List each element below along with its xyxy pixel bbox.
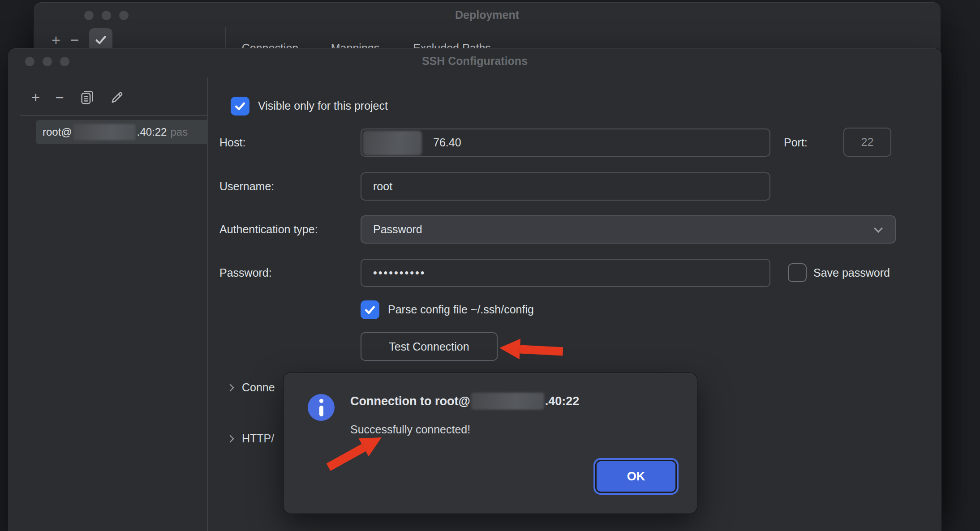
pencil-icon bbox=[110, 90, 125, 105]
ok-button[interactable]: OK bbox=[593, 458, 679, 495]
auth-type-value: Password bbox=[373, 223, 422, 236]
dialog-title-suffix: .40:22 bbox=[545, 394, 580, 408]
username-value: root bbox=[373, 180, 392, 193]
save-password-label: Save password bbox=[813, 266, 890, 279]
ssh-config-list-item[interactable]: root@.40:22pas bbox=[36, 120, 207, 144]
chevron-down-icon bbox=[874, 224, 883, 233]
arrow-tail bbox=[520, 345, 563, 355]
redacted-host-block bbox=[363, 131, 422, 155]
arrow-head-icon bbox=[499, 338, 520, 359]
test-connection-button[interactable]: Test Connection bbox=[361, 332, 498, 361]
auth-type-label: Authentication type: bbox=[219, 223, 318, 236]
config-auth-hint: pas bbox=[170, 126, 188, 138]
visible-only-checkbox[interactable] bbox=[231, 97, 249, 116]
port-label: Port: bbox=[784, 136, 808, 149]
screen: Deployment + − Connection Mappings Exclu… bbox=[0, 0, 980, 531]
ssh-configurations-title: SSH Configurations bbox=[8, 55, 941, 68]
annotation-arrow-test-connection bbox=[499, 338, 563, 361]
config-host-suffix: .40:22 bbox=[137, 126, 167, 138]
host-value: 76.40 bbox=[433, 136, 461, 149]
section-connection-parameters[interactable]: Conne bbox=[228, 381, 275, 394]
chevron-right-icon bbox=[227, 435, 234, 442]
copy-configuration-button[interactable] bbox=[79, 90, 95, 105]
port-value: 22 bbox=[861, 136, 874, 149]
remove-configuration-button[interactable]: − bbox=[55, 90, 64, 105]
config-user: root@ bbox=[43, 126, 72, 138]
arrow-tail bbox=[326, 444, 365, 471]
deployment-title: Deployment bbox=[34, 9, 941, 21]
password-input[interactable]: •••••••••• bbox=[361, 259, 770, 287]
chevron-right-icon bbox=[227, 384, 234, 391]
dialog-title-prefix: Connection to root@ bbox=[350, 394, 470, 408]
parse-config-label: Parse config file ~/.ssh/config bbox=[388, 303, 534, 316]
save-password-checkbox[interactable] bbox=[788, 263, 807, 282]
username-label: Username: bbox=[219, 180, 274, 193]
visible-only-label: Visible only for this project bbox=[258, 99, 388, 112]
check-icon bbox=[234, 100, 246, 112]
connection-result-dialog: Connection to root@.40:22 Successfully c… bbox=[284, 373, 697, 514]
host-label: Host: bbox=[219, 136, 245, 149]
section-label: HTTP/ bbox=[242, 432, 274, 445]
add-server-button[interactable]: + bbox=[52, 32, 60, 47]
info-icon bbox=[308, 394, 335, 421]
parse-config-checkbox[interactable] bbox=[361, 300, 379, 319]
edit-configuration-button[interactable] bbox=[110, 90, 125, 105]
sidebar-divider bbox=[207, 77, 208, 531]
sidebar-toolbar: + − bbox=[31, 90, 125, 105]
password-masked-value: •••••••••• bbox=[373, 266, 426, 279]
username-input[interactable]: root bbox=[361, 172, 770, 201]
check-icon bbox=[94, 33, 107, 47]
remove-server-button[interactable]: − bbox=[70, 32, 79, 47]
copy-icon bbox=[79, 90, 95, 105]
test-connection-label: Test Connection bbox=[389, 340, 469, 353]
dialog-title: Connection to root@.40:22 bbox=[350, 393, 579, 410]
check-icon bbox=[364, 304, 376, 316]
password-label: Password: bbox=[219, 266, 272, 279]
add-configuration-button[interactable]: + bbox=[31, 90, 40, 105]
section-label: Conne bbox=[242, 381, 275, 394]
redacted-host-block bbox=[73, 124, 136, 140]
port-input[interactable]: 22 bbox=[843, 128, 891, 157]
auth-type-select[interactable]: Password bbox=[361, 215, 896, 244]
ok-button-label: OK bbox=[627, 470, 645, 484]
redacted-host-block bbox=[471, 393, 544, 410]
section-http-proxy[interactable]: HTTP/ bbox=[228, 432, 274, 445]
host-input[interactable]: 76.40 bbox=[361, 128, 770, 157]
sidebar-separator bbox=[20, 115, 207, 116]
